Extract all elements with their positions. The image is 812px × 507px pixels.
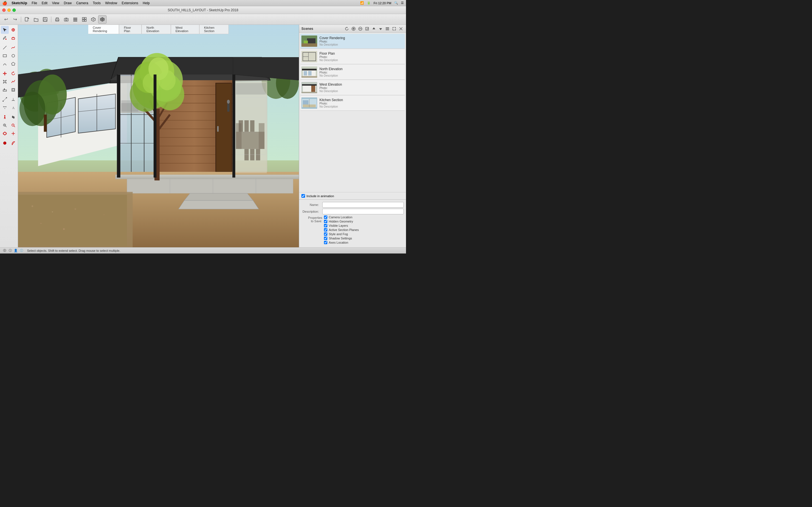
name-input[interactable]	[322, 202, 404, 208]
list-button[interactable]	[71, 15, 80, 24]
update-scene-icon[interactable]	[364, 26, 370, 32]
menu-file[interactable]: File	[32, 1, 37, 5]
close-button[interactable]	[2, 8, 6, 12]
move-up-icon[interactable]	[371, 26, 377, 32]
eraser-tool[interactable]	[9, 34, 17, 42]
status-icon-3[interactable]: 👤	[13, 248, 18, 253]
status-icon-1[interactable]: ⓪	[2, 248, 7, 253]
menu-extensions[interactable]: Extensions	[122, 1, 139, 5]
scene-item-cover[interactable]: Cover Rendering Photo: No Description	[300, 34, 405, 49]
orbit-tool[interactable]	[1, 129, 9, 137]
search-icon[interactable]: 🔍	[394, 1, 398, 5]
select-2-tool[interactable]	[9, 26, 17, 34]
dimension-tool[interactable]: A	[1, 104, 9, 112]
scene-item-north[interactable]: North Elevation Photo: No Description	[300, 65, 405, 80]
select-tool[interactable]	[1, 26, 9, 34]
save-button[interactable]	[41, 15, 49, 24]
freehand-tool[interactable]	[9, 44, 17, 52]
hidden-geometry-checkbox[interactable]	[324, 220, 327, 223]
scene-item-floor[interactable]: Floor Plan Photo: No Description	[300, 49, 405, 64]
zoom-tool[interactable]	[1, 121, 9, 129]
protractor-tool[interactable]	[9, 96, 17, 103]
scene-subtitle-floor: Photo:	[319, 55, 404, 59]
notification-icon[interactable]: ☰	[401, 1, 404, 5]
axes-location-checkbox[interactable]	[324, 241, 327, 244]
walk-tool[interactable]	[1, 113, 9, 121]
description-input[interactable]	[322, 209, 404, 214]
offset-tool[interactable]	[9, 86, 17, 94]
active-section-checkbox[interactable]	[324, 228, 327, 231]
print-button[interactable]	[53, 15, 61, 24]
menu-draw[interactable]: Draw	[64, 1, 71, 5]
scene-subtitle-west: Photo:	[319, 87, 404, 90]
menu-view[interactable]: View	[52, 1, 59, 5]
tab-floor-plan[interactable]: Floor Plan	[119, 25, 142, 34]
zoom-window-tool[interactable]	[9, 121, 17, 129]
open-button[interactable]	[32, 15, 40, 24]
expand-icon[interactable]	[391, 26, 397, 32]
arrow-cube-button[interactable]	[98, 15, 107, 24]
svg-point-132	[158, 70, 175, 90]
line-tool[interactable]	[1, 44, 9, 52]
style-fog-checkbox[interactable]	[324, 232, 327, 236]
cube-button[interactable]	[89, 15, 98, 24]
svg-rect-184	[311, 86, 315, 92]
tab-kitchen-section[interactable]: Kitchen Section	[199, 25, 229, 34]
viewport[interactable]: Cover Rendering Floor Plan North Elevati…	[18, 25, 299, 247]
scene-item-west[interactable]: West Elevation Photo: No Description	[300, 80, 405, 95]
title-bar: SOUTH_HILLS_LAYOUT - SketchUp Pro 2018	[0, 6, 406, 14]
feather-tool[interactable]	[9, 139, 17, 147]
move-down-icon[interactable]	[378, 26, 384, 32]
scale-tool[interactable]	[1, 78, 9, 86]
menu-tools[interactable]: Tools	[93, 1, 101, 5]
include-animation-checkbox[interactable]	[301, 194, 305, 198]
rectangle-tool[interactable]	[1, 52, 9, 60]
svg-rect-180	[301, 76, 317, 78]
tab-north-elevation[interactable]: North Elevation	[142, 25, 170, 34]
arc-tool[interactable]	[1, 60, 9, 68]
add-scene-icon[interactable]	[351, 26, 356, 32]
push-pull-tool[interactable]	[9, 78, 17, 86]
remove-scene-icon[interactable]	[357, 26, 363, 32]
scene-name-kitchen: Kitchen Section	[319, 98, 404, 102]
refresh-icon[interactable]	[344, 26, 350, 32]
footprint-tool[interactable]	[9, 113, 17, 121]
grid-button[interactable]	[80, 15, 89, 24]
tab-west-elevation[interactable]: West Elevation	[171, 25, 199, 34]
tape-tool[interactable]	[1, 96, 9, 103]
properties-to-save-label: Propertiesto Save:	[301, 216, 324, 245]
close-panel-icon[interactable]	[398, 26, 404, 32]
color-picker-tool[interactable]	[1, 139, 9, 147]
visible-layers-checkbox[interactable]	[324, 224, 327, 227]
apple-menu[interactable]: 🍎	[2, 1, 7, 5]
camera-location-checkbox[interactable]	[324, 216, 327, 219]
text-tool[interactable]: A	[9, 104, 17, 112]
maximize-button[interactable]	[12, 8, 16, 12]
menu-sketchup[interactable]: SketchUp	[11, 1, 27, 5]
undo-button[interactable]: ↩	[2, 15, 10, 24]
svg-rect-10	[73, 20, 77, 21]
svg-rect-8	[73, 18, 77, 18]
polygon-tool[interactable]	[9, 60, 17, 68]
follow-me-tool[interactable]	[1, 86, 9, 94]
shadow-settings-checkbox[interactable]	[324, 237, 327, 240]
paint-tool[interactable]	[1, 34, 9, 42]
menu-edit[interactable]: Edit	[42, 1, 48, 5]
list-view-icon[interactable]	[385, 26, 390, 32]
status-icon-2[interactable]: ⓘ	[8, 248, 12, 253]
svg-point-135	[19, 92, 45, 126]
tab-cover-rendering[interactable]: Cover Rendering	[88, 25, 119, 34]
menu-help[interactable]: Help	[143, 1, 150, 5]
move-tool[interactable]	[1, 69, 9, 77]
scene-item-kitchen[interactable]: Kitchen Section Photo: No Description	[300, 96, 405, 111]
new-button[interactable]	[23, 15, 31, 24]
minimize-button[interactable]	[7, 8, 11, 12]
pan-tool[interactable]	[9, 129, 17, 137]
camera-button[interactable]	[62, 15, 70, 24]
rotate-tool[interactable]	[9, 69, 17, 77]
redo-button[interactable]: ↪	[11, 15, 19, 24]
menu-window[interactable]: Window	[105, 1, 117, 5]
circle-tool[interactable]	[9, 52, 17, 60]
scene-desc-cover: No Description	[319, 43, 404, 46]
menu-camera[interactable]: Camera	[76, 1, 88, 5]
